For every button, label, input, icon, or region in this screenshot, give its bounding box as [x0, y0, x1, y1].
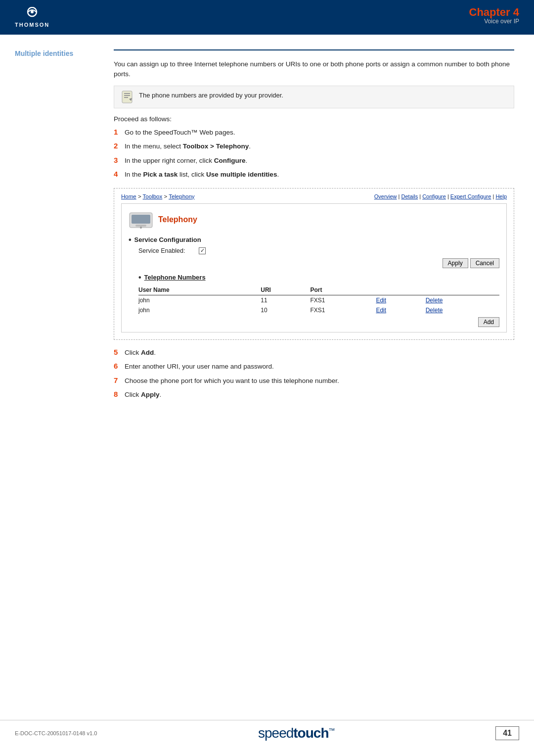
brand-text-bold: touch — [293, 725, 328, 741]
cell-port-1: FXS1 — [310, 295, 376, 305]
sidebar: Multiple identities — [0, 49, 99, 408]
delete-link-1[interactable]: Delete — [426, 297, 443, 304]
svg-rect-3 — [124, 93, 130, 94]
page-header: THOMSON Chapter 4 Voice over IP — [0, 0, 534, 35]
step-4: 4 In the Pick a task list, click Use mul… — [114, 169, 514, 180]
page-number: 41 — [495, 726, 519, 740]
cell-username-2: john — [138, 305, 261, 315]
step-6: 6 Enter another URI, your user name and … — [114, 361, 514, 372]
telephone-numbers-section: • Telephone Numbers User Name URI Port — [138, 273, 499, 327]
breadcrumb-telephony[interactable]: Telephony — [169, 193, 194, 199]
cell-uri-2: 10 — [261, 305, 310, 315]
service-config-section: Service Enabled: ✓ — [138, 247, 499, 254]
service-enabled-checkbox[interactable]: ✓ — [199, 247, 206, 254]
step-8: 8 Click Apply. — [114, 389, 514, 400]
step-7: 7 Choose the phone port for which you wa… — [114, 375, 514, 386]
chapter-subtitle: Voice over IP — [469, 18, 519, 25]
apply-cancel-row: Apply Cancel — [129, 258, 499, 268]
panel-header: Telephony — [129, 209, 499, 231]
chapter-label: Chapter 4 — [469, 7, 519, 18]
edit-link-2[interactable]: Edit — [376, 307, 386, 314]
webui-nav: Overview | Details | Configure | Expert … — [121, 193, 507, 199]
webui-screenshot: Overview | Details | Configure | Expert … — [114, 188, 514, 340]
step-5: 5 Click Add. — [114, 347, 514, 358]
intro-text: You can assign up to three Internet tele… — [114, 59, 514, 80]
service-config-heading: • Service Configuration — [129, 236, 499, 244]
nav-overview[interactable]: Overview — [374, 193, 397, 199]
section-separator — [114, 49, 514, 50]
add-row: Add — [138, 317, 499, 327]
telephony-panel: Telephony • Service Configuration Servic… — [121, 203, 507, 332]
svg-point-1 — [31, 10, 34, 13]
step-2: 2 In the menu, select Toolbox > Telephon… — [114, 141, 514, 152]
telephone-numbers-heading: • Telephone Numbers — [138, 273, 499, 282]
logo-text: THOMSON — [15, 22, 49, 28]
svg-point-9 — [140, 227, 142, 229]
cell-edit-2: Edit — [376, 305, 425, 315]
service-enabled-row: Service Enabled: ✓ — [138, 247, 499, 254]
content-area: You can assign up to three Internet tele… — [99, 49, 534, 408]
phone-image — [129, 209, 153, 231]
service-enabled-label: Service Enabled: — [138, 247, 193, 254]
table-row: john 10 FXS1 Edit Delete — [138, 305, 499, 315]
col-port: Port — [310, 285, 376, 295]
delete-link-2[interactable]: Delete — [426, 307, 443, 314]
thomson-logo: THOMSON — [15, 7, 49, 28]
service-config-label: Service Configuration — [134, 236, 201, 243]
nav-configure[interactable]: Configure — [422, 193, 446, 199]
col-uri: URI — [261, 285, 310, 295]
svg-rect-4 — [124, 95, 130, 96]
section-title: Multiple identities — [15, 49, 73, 57]
brand-text-regular: speed — [258, 725, 293, 741]
step-3: 3 In the upper right corner, click Confi… — [114, 155, 514, 166]
cancel-button[interactable]: Cancel — [470, 258, 499, 268]
steps-list-before: 1 Go to the SpeedTouch™ Web pages. 2 In … — [114, 127, 514, 180]
doc-id: E-DOC-CTC-20051017-0148 v1.0 — [15, 730, 97, 736]
panel-title: Telephony — [158, 215, 197, 224]
brand-tm: ™ — [329, 727, 335, 734]
cell-delete-2: Delete — [426, 305, 499, 315]
svg-rect-8 — [135, 225, 146, 227]
cell-uri-1: 11 — [261, 295, 310, 305]
nav-help[interactable]: Help — [495, 193, 507, 199]
chapter-info: Chapter 4 Voice over IP — [469, 7, 519, 25]
steps-list-after: 5 Click Add. 6 Enter another URI, your u… — [114, 347, 514, 400]
col-username: User Name — [138, 285, 261, 295]
nav-details[interactable]: Details — [401, 193, 418, 199]
thomson-logo-icon — [23, 7, 41, 21]
svg-rect-7 — [132, 215, 150, 224]
col-delete-header — [426, 285, 499, 295]
note-icon — [120, 90, 134, 104]
cell-delete-1: Delete — [426, 295, 499, 305]
nav-expert-configure[interactable]: Expert Configure — [450, 193, 491, 199]
note-box: The phone numbers are provided by your p… — [114, 86, 514, 108]
cell-edit-1: Edit — [376, 295, 425, 305]
brand-logo: speedtouch™ — [258, 725, 335, 741]
step-1: 1 Go to the SpeedTouch™ Web pages. — [114, 127, 514, 138]
telephone-numbers-label: Telephone Numbers — [144, 274, 206, 281]
table-header-row: User Name URI Port — [138, 285, 499, 295]
main-content: Multiple identities You can assign up to… — [0, 35, 534, 408]
page-footer: E-DOC-CTC-20051017-0148 v1.0 speedtouch™… — [0, 720, 534, 741]
col-edit-header — [376, 285, 425, 295]
cell-username-1: john — [138, 295, 261, 305]
cell-port-2: FXS1 — [310, 305, 376, 315]
svg-rect-5 — [124, 97, 128, 98]
add-button[interactable]: Add — [478, 317, 499, 327]
breadcrumb-toolbox[interactable]: Toolbox — [143, 193, 163, 199]
breadcrumb-home[interactable]: Home — [121, 193, 136, 199]
table-row: john 11 FXS1 Edit Delete — [138, 295, 499, 305]
apply-button[interactable]: Apply — [443, 258, 468, 268]
webui-nav-links: Overview | Details | Configure | Expert … — [374, 193, 507, 199]
telephone-table: User Name URI Port john 11 FXS — [138, 285, 499, 315]
note-text: The phone numbers are provided by your p… — [139, 90, 283, 99]
proceed-text: Proceed as follows: — [114, 115, 514, 123]
edit-link-1[interactable]: Edit — [376, 297, 386, 304]
